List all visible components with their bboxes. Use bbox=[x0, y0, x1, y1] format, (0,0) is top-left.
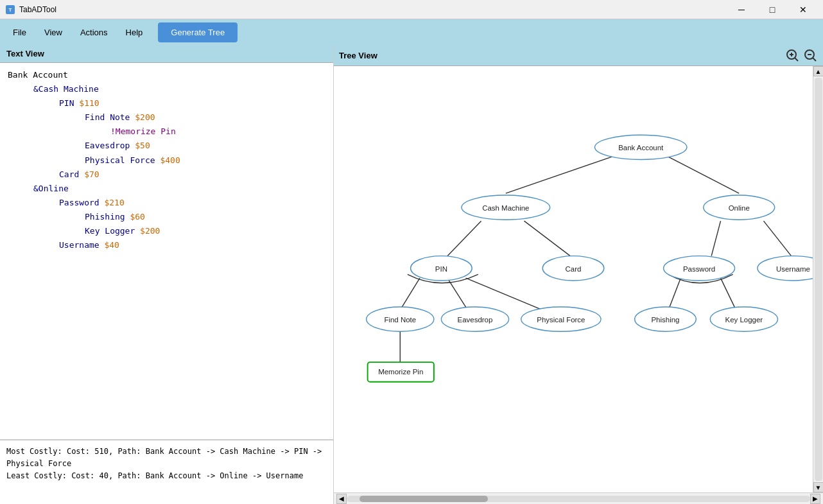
h-scroll-track bbox=[347, 496, 810, 502]
svg-text:Online: Online bbox=[729, 204, 750, 212]
least-costly-status: Least Costly: Cost: 40, Path: Bank Accou… bbox=[6, 470, 327, 482]
svg-line-19 bbox=[721, 278, 736, 310]
svg-text:Card: Card bbox=[566, 265, 582, 273]
svg-text:Username: Username bbox=[776, 265, 810, 273]
help-menu[interactable]: Help bbox=[118, 24, 151, 41]
text-view-header: Text View bbox=[0, 45, 333, 63]
svg-line-17 bbox=[466, 278, 543, 310]
text-view-area[interactable]: Bank Account&Cash MachinePIN $110Find No… bbox=[0, 63, 333, 440]
scroll-left-arrow[interactable]: ◀ bbox=[336, 494, 347, 504]
tree-svg: Bank Account Cash Machine Online PIN Car… bbox=[334, 66, 813, 492]
svg-text:T: T bbox=[9, 7, 12, 13]
minimize-button[interactable]: ─ bbox=[727, 0, 756, 19]
v-scroll-track bbox=[815, 78, 822, 481]
file-menu[interactable]: File bbox=[5, 24, 34, 41]
title-bar: T TabADTool ─ □ ✕ bbox=[0, 0, 823, 19]
list-item: Key Logger $200 bbox=[8, 224, 325, 238]
list-item: Password $210 bbox=[8, 196, 325, 210]
tree-view-title: Tree View bbox=[339, 51, 377, 60]
scroll-right-arrow[interactable]: ▶ bbox=[810, 494, 820, 504]
svg-text:Key Logger: Key Logger bbox=[725, 316, 763, 324]
svg-text:Find Note: Find Note bbox=[384, 316, 416, 324]
most-costly-status: Most Costly: Cost: 510, Path: Bank Accou… bbox=[6, 446, 327, 470]
svg-line-14 bbox=[763, 221, 791, 256]
zoom-out-icon bbox=[803, 48, 817, 62]
svg-line-13 bbox=[711, 221, 720, 256]
svg-line-10 bbox=[665, 155, 739, 193]
svg-text:Bank Account: Bank Account bbox=[618, 144, 664, 152]
close-button[interactable]: ✕ bbox=[788, 0, 818, 19]
svg-line-5 bbox=[795, 58, 798, 61]
list-item: PIN $110 bbox=[8, 96, 325, 110]
app-icon: T bbox=[5, 4, 15, 15]
app-title: TabADTool bbox=[19, 5, 727, 14]
svg-text:Phishing: Phishing bbox=[651, 316, 679, 324]
svg-text:Cash Machine: Cash Machine bbox=[482, 204, 529, 212]
scroll-down-arrow[interactable]: ▼ bbox=[813, 482, 824, 492]
scroll-up-arrow[interactable]: ▲ bbox=[813, 66, 824, 76]
h-scroll-thumb[interactable] bbox=[360, 496, 488, 502]
list-item: &Online bbox=[8, 182, 325, 196]
tree-view-header: Tree View bbox=[334, 45, 823, 66]
zoom-out-button[interactable] bbox=[802, 48, 818, 63]
window-controls: ─ □ ✕ bbox=[727, 0, 818, 19]
svg-line-11 bbox=[447, 221, 481, 256]
list-item: Card $70 bbox=[8, 168, 325, 182]
svg-line-16 bbox=[447, 278, 468, 310]
svg-line-8 bbox=[813, 58, 816, 61]
svg-line-15 bbox=[400, 278, 420, 310]
svg-text:Physical Force: Physical Force bbox=[537, 316, 585, 324]
zoom-in-button[interactable] bbox=[784, 48, 800, 63]
svg-text:Memorize Pin: Memorize Pin bbox=[378, 368, 423, 376]
list-item: Find Note $200 bbox=[8, 110, 325, 125]
list-item: !Memorize Pin bbox=[8, 125, 325, 139]
svg-text:Password: Password bbox=[683, 265, 715, 273]
svg-text:PIN: PIN bbox=[435, 265, 447, 273]
tree-canvas[interactable]: Bank Account Cash Machine Online PIN Car… bbox=[334, 66, 813, 492]
vertical-scrollbar[interactable]: ▲ ▼ bbox=[813, 66, 823, 492]
status-bar: Most Costly: Cost: 510, Path: Bank Accou… bbox=[0, 440, 333, 504]
svg-text:Eavesdrop: Eavesdrop bbox=[458, 316, 493, 324]
menu-bar: File View Actions Help Generate Tree bbox=[0, 19, 823, 45]
svg-line-9 bbox=[506, 155, 616, 193]
view-menu[interactable]: View bbox=[37, 24, 70, 41]
list-item: Physical Force $400 bbox=[8, 153, 325, 168]
generate-tree-button[interactable]: Generate Tree bbox=[158, 22, 238, 42]
main-content: Text View Bank Account&Cash MachinePIN $… bbox=[0, 45, 823, 504]
left-panel: Text View Bank Account&Cash MachinePIN $… bbox=[0, 45, 334, 504]
zoom-controls bbox=[784, 48, 818, 63]
svg-line-18 bbox=[668, 278, 680, 310]
zoom-in-icon bbox=[785, 48, 799, 62]
horizontal-scrollbar[interactable]: ◀ ▶ bbox=[334, 492, 823, 504]
list-item: Username $40 bbox=[8, 238, 325, 252]
tree-area-wrapper: Bank Account Cash Machine Online PIN Car… bbox=[334, 66, 823, 492]
list-item: Eavesdrop $50 bbox=[8, 139, 325, 153]
actions-menu[interactable]: Actions bbox=[73, 24, 116, 41]
svg-line-12 bbox=[524, 221, 570, 256]
list-item: Bank Account bbox=[8, 68, 325, 82]
list-item: &Cash Machine bbox=[8, 82, 325, 96]
maximize-button[interactable]: □ bbox=[758, 0, 787, 19]
right-panel: Tree View bbox=[334, 45, 823, 504]
list-item: Phishing $60 bbox=[8, 210, 325, 224]
